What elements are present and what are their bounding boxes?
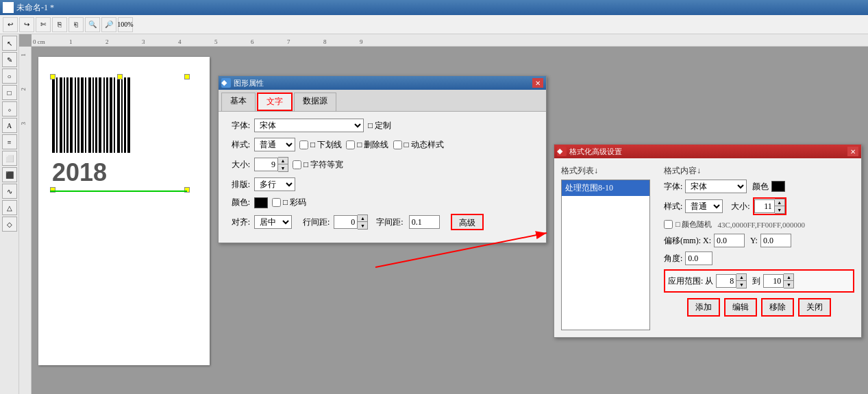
handle-tl[interactable] [50, 74, 55, 79]
underline-checkbox-label: □ 下划线 [299, 139, 342, 151]
tool-circle[interactable]: ○ [2, 69, 17, 84]
shapes-dialog-close[interactable]: ✕ [532, 78, 543, 88]
add-button[interactable]: 添加 [687, 298, 720, 317]
dynamic-checkbox-label: □ 动态样式 [393, 139, 444, 151]
colorcode-checkbox[interactable] [272, 198, 281, 207]
layout-label: 排版: [225, 179, 250, 190]
dynamic-checkbox[interactable] [393, 140, 402, 149]
format-angle-input[interactable] [685, 251, 712, 265]
format-list-header: 格式列表↓ [561, 165, 657, 177]
size-input[interactable] [254, 158, 278, 171]
format-offset-row: 偏移(mm): X: Y: [664, 234, 854, 247]
advanced-button[interactable]: 高级 [451, 214, 484, 230]
shapes-dialog-icon: ◆ [221, 78, 231, 88]
remove-button[interactable]: 移除 [761, 298, 794, 317]
apply-to-input[interactable] [763, 274, 784, 288]
align-select[interactable]: 居中 [254, 215, 292, 229]
format-size-label: 大小: [731, 201, 749, 212]
underline-checkbox[interactable] [299, 140, 308, 149]
app-title: 未命名-1 * [16, 2, 865, 14]
format-offset-y[interactable] [760, 234, 791, 247]
linespace-label: 行间距: [303, 217, 330, 228]
tool-lines[interactable]: ≡ [2, 134, 17, 149]
handle-tm[interactable] [117, 74, 123, 79]
format-size-up[interactable]: ▲ [775, 199, 784, 206]
format-font-row: 字体: 宋体 颜色 [664, 180, 854, 193]
strikethrough-checkbox[interactable] [346, 140, 355, 149]
format-dialog-close[interactable]: ✕ [847, 147, 858, 156]
format-color-swatch[interactable] [771, 181, 785, 192]
toolbar-zoom-out[interactable]: 🔎 [101, 17, 116, 32]
title-bar: 未命名-1 * [0, 0, 868, 15]
apply-from-input[interactable] [716, 274, 736, 288]
random-color-label: □ 颜色随机 [675, 219, 712, 230]
edit-button[interactable]: 编辑 [724, 298, 757, 317]
format-list-item-0[interactable]: 处理范围8-10 [562, 180, 649, 196]
white-page: 2018 [38, 57, 210, 365]
ruler-mark-8: 8 [323, 38, 327, 45]
app-icon [3, 2, 14, 13]
tool-rect[interactable]: □ [2, 85, 17, 100]
tool-triangle[interactable]: △ [2, 200, 17, 215]
apply-from-down[interactable]: ▼ [736, 281, 746, 288]
format-size-down[interactable]: ▼ [775, 206, 784, 213]
left-toolbar: ↖ ✎ ○ □ ⬦ A ≡ ⬜ ⬛ ∿ △ ◇ [0, 34, 19, 394]
toolbar-undo[interactable]: ↩ [3, 17, 18, 32]
ruler-mark-3: 3 [142, 38, 145, 45]
charspace-input[interactable] [409, 215, 440, 229]
format-content-header: 格式内容↓ [664, 165, 854, 177]
handle-tr[interactable] [184, 74, 190, 79]
tab-basic[interactable]: 基本 [221, 93, 256, 111]
ruler-mark-4: 4 [178, 38, 182, 45]
apply-from-up[interactable]: ▲ [736, 274, 746, 281]
apply-to-up[interactable]: ▲ [784, 274, 793, 281]
toolbar-redo[interactable]: ↪ [19, 17, 34, 32]
linespace-spinner-btns: ▲ ▼ [358, 214, 368, 230]
align-row: 对齐: 居中 行间距: ▲ ▼ 字间距: 高级 [225, 214, 539, 230]
layout-select[interactable]: 多行 [254, 177, 295, 191]
linespace-down[interactable]: ▼ [358, 222, 367, 229]
size-up[interactable]: ▲ [278, 158, 288, 164]
size-down[interactable]: ▼ [278, 164, 288, 171]
toolbar-zoom-level[interactable]: 100% [118, 17, 133, 32]
format-style-select[interactable]: 普通 [685, 199, 723, 213]
tool-diamond[interactable]: ⬦ [2, 101, 17, 116]
style-select[interactable]: 普通 [254, 138, 295, 151]
format-angle-label: 角度: [664, 253, 682, 264]
format-font-select[interactable]: 宋体 [685, 180, 747, 193]
tool-polygon[interactable]: ◇ [2, 217, 17, 232]
tab-text[interactable]: 文字 [257, 93, 293, 111]
tool-fill-black[interactable]: ⬛ [2, 167, 17, 182]
color-swatch[interactable] [254, 197, 268, 208]
tool-select[interactable]: ↖ [2, 36, 17, 51]
format-dialog-icon: ◆ [557, 147, 567, 156]
style-label: 样式: [225, 139, 250, 151]
font-select[interactable]: 宋体 [254, 119, 364, 132]
format-size-input[interactable] [754, 199, 775, 213]
format-dialog-titlebar: ◆ 格式化高级设置 ✕ [554, 145, 861, 158]
color-label: 颜色: [225, 197, 250, 208]
toolbar-paste[interactable]: ⎗ [69, 17, 84, 32]
shapes-dialog-content: 字体: 宋体 □ 定制 样式: 普通 □ 下划线 [219, 112, 546, 243]
ruler-mark-9: 9 [360, 38, 363, 45]
tool-text[interactable]: A [2, 118, 17, 133]
format-offset-label: 偏移(mm): X: [664, 235, 711, 247]
toolbar-cut[interactable]: ✄ [36, 17, 51, 32]
apply-to-down[interactable]: ▼ [784, 281, 793, 288]
tool-curve[interactable]: ∿ [2, 184, 17, 199]
tool-pen[interactable]: ✎ [2, 52, 17, 67]
toolbar-zoom-in[interactable]: 🔍 [85, 17, 100, 32]
toolbar-copy[interactable]: ⎘ [52, 17, 67, 32]
font-row: 字体: 宋体 □ 定制 [225, 119, 539, 132]
shapes-dialog-title: 图形属性 [234, 78, 264, 88]
equal-width-checkbox[interactable] [293, 160, 301, 169]
format-offset-x[interactable] [714, 234, 745, 247]
linespace-up[interactable]: ▲ [358, 215, 367, 222]
tool-fill-white[interactable]: ⬜ [2, 151, 17, 166]
linespace-input[interactable] [334, 215, 358, 229]
main-layout: ↖ ✎ ○ □ ⬦ A ≡ ⬜ ⬛ ∿ △ ◇ 0 cm 1 2 3 4 5 6… [0, 34, 868, 394]
barcode-visual [52, 77, 189, 153]
close-button[interactable]: 关闭 [798, 298, 831, 317]
random-color-checkbox[interactable] [664, 220, 673, 229]
tab-datasource[interactable]: 数据源 [294, 93, 336, 111]
